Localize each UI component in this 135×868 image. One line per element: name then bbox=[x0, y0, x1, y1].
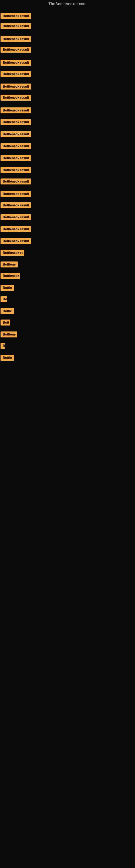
bottleneck-result-badge[interactable]: Bottleneck result bbox=[1, 179, 31, 184]
badge-row-3: Bottleneck result bbox=[1, 36, 31, 43]
bottleneck-result-badge[interactable]: Bottleneck result bbox=[1, 95, 31, 101]
badge-row-20: Bottleneck result bbox=[1, 238, 31, 245]
bottleneck-result-badge[interactable]: Bottleneck result bbox=[1, 84, 31, 90]
site-title: TheBottlenecker.com bbox=[0, 0, 135, 8]
bottleneck-result-badge[interactable]: Bottleneck result bbox=[1, 167, 31, 173]
bottleneck-result-badge[interactable]: Bottleneck result bbox=[1, 191, 31, 197]
bottleneck-result-badge[interactable]: Bottleneck bbox=[1, 273, 20, 279]
bottleneck-result-badge[interactable]: Bottleneck result bbox=[1, 155, 31, 161]
bottleneck-result-badge[interactable]: Bottle bbox=[1, 285, 14, 291]
bottleneck-result-badge[interactable]: Bott bbox=[1, 319, 10, 326]
badge-row-26: Bottle bbox=[1, 308, 14, 315]
badge-row-10: Bottleneck result bbox=[1, 119, 31, 126]
badge-row-28: Bottlene bbox=[1, 332, 17, 339]
badge-row-12: Bottleneck result bbox=[1, 143, 31, 150]
bottleneck-result-badge[interactable]: Bo bbox=[1, 296, 7, 302]
bottleneck-result-badge[interactable]: Bottleneck result bbox=[1, 71, 31, 77]
badge-row-17: Bottleneck result bbox=[1, 203, 31, 209]
bottleneck-result-badge[interactable]: Bottleneck result bbox=[1, 23, 31, 29]
bottleneck-result-badge[interactable]: Bottleneck result bbox=[1, 60, 31, 66]
badge-row-7: Bottleneck result bbox=[1, 84, 31, 91]
badge-row-5: Bottleneck result bbox=[1, 60, 31, 67]
badge-row-30: Bottle bbox=[1, 355, 14, 362]
bottleneck-result-badge[interactable]: Bottleneck result bbox=[1, 226, 31, 232]
badge-row-21: Bottleneck re bbox=[1, 250, 24, 257]
bottleneck-result-badge[interactable]: Bottlene bbox=[1, 261, 18, 268]
bottleneck-result-badge[interactable]: Bottleneck result bbox=[1, 238, 31, 244]
bottleneck-result-badge[interactable]: Bottleneck result bbox=[1, 13, 31, 19]
badge-row-18: Bottleneck result bbox=[1, 214, 31, 221]
badge-row-25: Bo bbox=[1, 296, 7, 303]
bottleneck-result-badge[interactable]: Bottleneck result bbox=[1, 119, 31, 125]
bottleneck-result-badge[interactable]: B bbox=[1, 343, 5, 349]
badge-row-15: Bottleneck result bbox=[1, 179, 31, 186]
bottleneck-result-badge[interactable]: Bottleneck result bbox=[1, 143, 31, 149]
badge-row-23: Bottleneck bbox=[1, 273, 20, 280]
bottleneck-result-badge[interactable]: Bottleneck re bbox=[1, 250, 24, 256]
badge-row-29: B bbox=[1, 343, 5, 350]
badge-row-24: Bottle bbox=[1, 285, 14, 292]
bottleneck-result-badge[interactable]: Bottleneck result bbox=[1, 214, 31, 220]
bottleneck-result-badge[interactable]: Bottleneck result bbox=[1, 131, 31, 137]
badge-row-19: Bottleneck result bbox=[1, 226, 31, 233]
badge-row-6: Bottleneck result bbox=[1, 71, 31, 78]
badge-row-4: Bottleneck result bbox=[1, 46, 31, 54]
bottleneck-result-badge[interactable]: Bottlene bbox=[1, 332, 17, 337]
bottleneck-result-badge[interactable]: Bottleneck result bbox=[1, 46, 31, 53]
badge-row-13: Bottleneck result bbox=[1, 155, 31, 162]
bottleneck-result-badge[interactable]: Bottle bbox=[1, 355, 14, 361]
badge-row-8: Bottleneck result bbox=[1, 95, 31, 102]
badge-row-11: Bottleneck result bbox=[1, 131, 31, 138]
badge-row-14: Bottleneck result bbox=[1, 167, 31, 174]
badge-row-9: Bottleneck result bbox=[1, 107, 31, 115]
badge-row-16: Bottleneck result bbox=[1, 191, 31, 198]
bottleneck-result-badge[interactable]: Bottleneck result bbox=[1, 203, 31, 208]
badge-row-27: Bott bbox=[1, 319, 10, 327]
badge-row-22: Bottlene bbox=[1, 261, 18, 269]
bottleneck-result-badge[interactable]: Bottleneck result bbox=[1, 36, 31, 42]
bottleneck-result-badge[interactable]: Bottle bbox=[1, 308, 14, 314]
badge-row-1: Bottleneck result bbox=[1, 13, 31, 20]
bottleneck-result-badge[interactable]: Bottleneck result bbox=[1, 107, 31, 113]
badge-row-2: Bottleneck result bbox=[1, 23, 31, 30]
